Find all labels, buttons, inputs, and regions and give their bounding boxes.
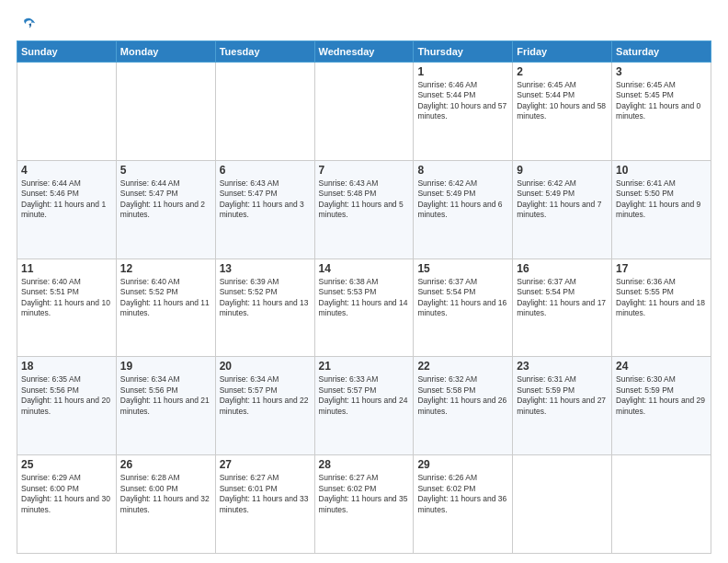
day-info: Sunrise: 6:36 AM Sunset: 5:55 PM Dayligh… <box>616 277 707 319</box>
day-info: Sunrise: 6:42 AM Sunset: 5:49 PM Dayligh… <box>517 178 608 221</box>
col-wednesday: Wednesday <box>314 41 414 63</box>
table-row: 14Sunrise: 6:38 AM Sunset: 5:53 PM Dayli… <box>314 259 414 357</box>
table-row: 7Sunrise: 6:43 AM Sunset: 5:48 PM Daylig… <box>314 160 414 259</box>
table-row <box>612 455 711 554</box>
day-info: Sunrise: 6:26 AM Sunset: 6:02 PM Dayligh… <box>417 473 508 515</box>
day-number: 14 <box>319 262 410 275</box>
day-info: Sunrise: 6:39 AM Sunset: 5:52 PM Dayligh… <box>220 277 311 319</box>
calendar-week-row: 25Sunrise: 6:29 AM Sunset: 6:00 PM Dayli… <box>17 455 711 554</box>
table-row: 26Sunrise: 6:28 AM Sunset: 6:00 PM Dayli… <box>116 455 215 554</box>
day-info: Sunrise: 6:37 AM Sunset: 5:54 PM Dayligh… <box>517 277 608 319</box>
day-number: 3 <box>616 65 707 78</box>
table-row: 12Sunrise: 6:40 AM Sunset: 5:52 PM Dayli… <box>116 259 215 357</box>
table-row: 18Sunrise: 6:35 AM Sunset: 5:56 PM Dayli… <box>17 357 117 455</box>
day-number: 8 <box>417 164 508 177</box>
col-sunday: Sunday <box>17 41 117 63</box>
table-row: 9Sunrise: 6:42 AM Sunset: 5:49 PM Daylig… <box>513 160 612 259</box>
table-row: 27Sunrise: 6:27 AM Sunset: 6:01 PM Dayli… <box>215 455 314 554</box>
day-number: 13 <box>220 262 311 275</box>
table-row: 4Sunrise: 6:44 AM Sunset: 5:46 PM Daylig… <box>17 160 117 259</box>
day-number: 7 <box>319 164 410 177</box>
day-info: Sunrise: 6:43 AM Sunset: 5:47 PM Dayligh… <box>220 178 311 221</box>
table-row: 25Sunrise: 6:29 AM Sunset: 6:00 PM Dayli… <box>17 455 117 554</box>
day-number: 9 <box>517 164 608 177</box>
table-row: 10Sunrise: 6:41 AM Sunset: 5:50 PM Dayli… <box>612 160 711 259</box>
table-row: 6Sunrise: 6:43 AM Sunset: 5:47 PM Daylig… <box>215 160 314 259</box>
calendar-week-row: 11Sunrise: 6:40 AM Sunset: 5:51 PM Dayli… <box>17 259 711 357</box>
table-row: 2Sunrise: 6:45 AM Sunset: 5:44 PM Daylig… <box>513 63 612 161</box>
day-number: 16 <box>517 262 608 275</box>
table-row <box>513 455 612 554</box>
day-number: 29 <box>417 458 508 471</box>
table-row: 19Sunrise: 6:34 AM Sunset: 5:56 PM Dayli… <box>116 357 215 455</box>
table-row: 28Sunrise: 6:27 AM Sunset: 6:02 PM Dayli… <box>314 455 414 554</box>
day-number: 25 <box>21 458 112 471</box>
calendar-header-row: Sunday Monday Tuesday Wednesday Thursday… <box>17 41 711 63</box>
table-row: 24Sunrise: 6:30 AM Sunset: 5:59 PM Dayli… <box>612 357 711 455</box>
logo-bird-icon <box>20 17 37 33</box>
day-info: Sunrise: 6:27 AM Sunset: 6:02 PM Dayligh… <box>319 473 410 515</box>
day-number: 18 <box>21 360 112 373</box>
day-info: Sunrise: 6:37 AM Sunset: 5:54 PM Dayligh… <box>417 277 508 319</box>
col-friday: Friday <box>513 41 612 63</box>
table-row <box>314 63 414 161</box>
table-row <box>116 63 215 161</box>
day-number: 15 <box>417 262 508 275</box>
day-info: Sunrise: 6:32 AM Sunset: 5:58 PM Dayligh… <box>417 374 508 417</box>
day-number: 28 <box>319 458 410 471</box>
table-row: 17Sunrise: 6:36 AM Sunset: 5:55 PM Dayli… <box>612 259 711 357</box>
table-row: 16Sunrise: 6:37 AM Sunset: 5:54 PM Dayli… <box>513 259 612 357</box>
table-row: 1Sunrise: 6:46 AM Sunset: 5:44 PM Daylig… <box>414 63 513 161</box>
col-saturday: Saturday <box>612 41 711 63</box>
day-number: 6 <box>220 164 311 177</box>
day-number: 21 <box>319 360 410 373</box>
table-row: 13Sunrise: 6:39 AM Sunset: 5:52 PM Dayli… <box>215 259 314 357</box>
day-info: Sunrise: 6:44 AM Sunset: 5:47 PM Dayligh… <box>120 178 211 221</box>
calendar-table: Sunday Monday Tuesday Wednesday Thursday… <box>17 40 711 554</box>
header <box>17 17 711 33</box>
day-info: Sunrise: 6:31 AM Sunset: 5:59 PM Dayligh… <box>517 374 608 417</box>
day-number: 26 <box>120 458 211 471</box>
day-info: Sunrise: 6:34 AM Sunset: 5:57 PM Dayligh… <box>220 374 311 417</box>
table-row: 22Sunrise: 6:32 AM Sunset: 5:58 PM Dayli… <box>414 357 513 455</box>
day-info: Sunrise: 6:38 AM Sunset: 5:53 PM Dayligh… <box>319 277 410 319</box>
day-info: Sunrise: 6:41 AM Sunset: 5:50 PM Dayligh… <box>616 178 707 221</box>
col-tuesday: Tuesday <box>215 41 314 63</box>
table-row: 15Sunrise: 6:37 AM Sunset: 5:54 PM Dayli… <box>414 259 513 357</box>
table-row: 23Sunrise: 6:31 AM Sunset: 5:59 PM Dayli… <box>513 357 612 455</box>
day-number: 4 <box>21 164 112 177</box>
day-number: 12 <box>120 262 211 275</box>
day-number: 20 <box>220 360 311 373</box>
col-monday: Monday <box>116 41 215 63</box>
day-number: 5 <box>120 164 211 177</box>
day-info: Sunrise: 6:46 AM Sunset: 5:44 PM Dayligh… <box>417 80 508 122</box>
table-row: 8Sunrise: 6:42 AM Sunset: 5:49 PM Daylig… <box>414 160 513 259</box>
table-row <box>17 63 117 161</box>
day-info: Sunrise: 6:35 AM Sunset: 5:56 PM Dayligh… <box>21 374 112 417</box>
day-info: Sunrise: 6:40 AM Sunset: 5:52 PM Dayligh… <box>120 277 211 319</box>
page: Sunday Monday Tuesday Wednesday Thursday… <box>0 0 728 563</box>
day-number: 24 <box>616 360 707 373</box>
day-number: 22 <box>417 360 508 373</box>
day-info: Sunrise: 6:42 AM Sunset: 5:49 PM Dayligh… <box>417 178 508 221</box>
day-info: Sunrise: 6:45 AM Sunset: 5:44 PM Dayligh… <box>517 80 608 122</box>
table-row: 3Sunrise: 6:45 AM Sunset: 5:45 PM Daylig… <box>612 63 711 161</box>
calendar-week-row: 18Sunrise: 6:35 AM Sunset: 5:56 PM Dayli… <box>17 357 711 455</box>
day-number: 11 <box>21 262 112 275</box>
table-row: 20Sunrise: 6:34 AM Sunset: 5:57 PM Dayli… <box>215 357 314 455</box>
day-number: 19 <box>120 360 211 373</box>
day-info: Sunrise: 6:45 AM Sunset: 5:45 PM Dayligh… <box>616 80 707 122</box>
day-info: Sunrise: 6:29 AM Sunset: 6:00 PM Dayligh… <box>21 473 112 515</box>
day-number: 10 <box>616 164 707 177</box>
col-thursday: Thursday <box>414 41 513 63</box>
table-row <box>215 63 314 161</box>
table-row: 21Sunrise: 6:33 AM Sunset: 5:57 PM Dayli… <box>314 357 414 455</box>
day-info: Sunrise: 6:33 AM Sunset: 5:57 PM Dayligh… <box>319 374 410 417</box>
day-number: 23 <box>517 360 608 373</box>
day-number: 1 <box>417 65 508 78</box>
day-info: Sunrise: 6:27 AM Sunset: 6:01 PM Dayligh… <box>220 473 311 515</box>
day-number: 17 <box>616 262 707 275</box>
table-row: 11Sunrise: 6:40 AM Sunset: 5:51 PM Dayli… <box>17 259 117 357</box>
day-info: Sunrise: 6:28 AM Sunset: 6:00 PM Dayligh… <box>120 473 211 515</box>
day-info: Sunrise: 6:44 AM Sunset: 5:46 PM Dayligh… <box>21 178 112 221</box>
